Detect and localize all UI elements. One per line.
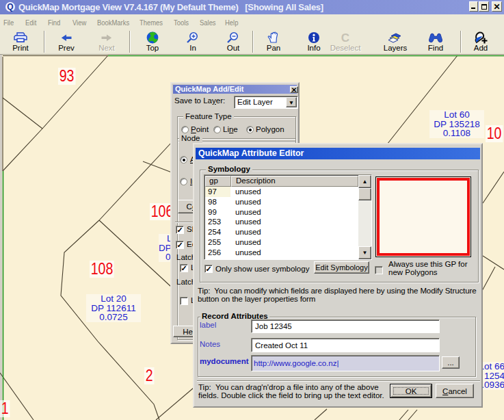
svg-text:C: C: [341, 31, 349, 44]
